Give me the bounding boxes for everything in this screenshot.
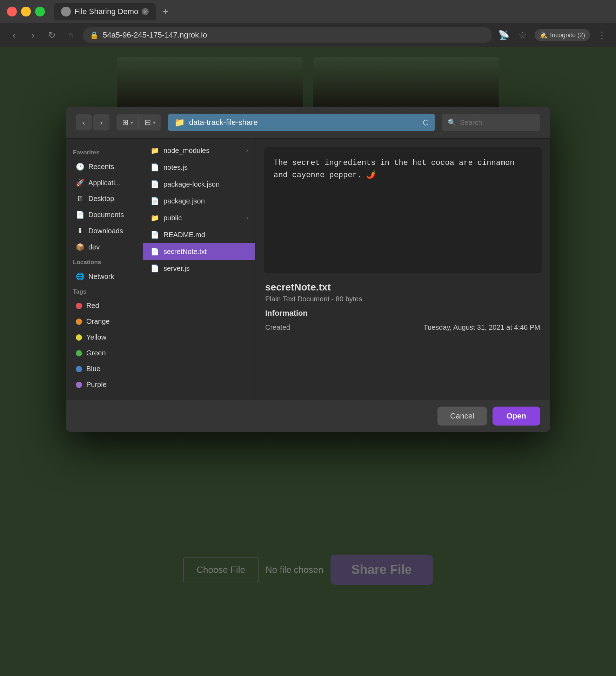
- cast-button[interactable]: 📡: [497, 28, 511, 42]
- sidebar-item-network[interactable]: 🌐 Network: [69, 269, 140, 284]
- file-item-secret-note-label: secretNote.txt: [163, 248, 248, 256]
- file-icon: 📄: [150, 180, 159, 188]
- desktop-icon: 🖥: [76, 195, 84, 203]
- columns-view-button[interactable]: ⊞ ▾: [116, 114, 139, 130]
- locations-section-title: Locations: [66, 255, 143, 268]
- url-bar[interactable]: 🔒 54a5-96-245-175-147.ngrok.io: [83, 27, 492, 43]
- file-item-public-label: public: [163, 214, 242, 222]
- network-icon: 🌐: [76, 272, 84, 281]
- search-icon: 🔍: [448, 118, 456, 127]
- file-item-node-modules-label: node_modules: [163, 147, 242, 155]
- tags-section-title: Tags: [66, 285, 143, 297]
- nav-arrows: ‹ ›: [76, 114, 109, 130]
- sidebar-item-tag-purple[interactable]: Purple: [69, 377, 140, 392]
- forward-arrow-button[interactable]: ›: [93, 114, 109, 130]
- sidebar-item-tag-yellow[interactable]: Yellow: [69, 330, 140, 345]
- tab-title: File Sharing Demo: [74, 7, 138, 16]
- modal-overlay: ‹ › ⊞ ▾ ⊟ ▾ 📁 data-track-file-: [0, 47, 616, 676]
- file-item-server-js-label: server.js: [163, 265, 248, 273]
- sidebar-item-recents[interactable]: 🕐 Recents: [69, 159, 140, 174]
- new-tab-button[interactable]: +: [159, 5, 172, 18]
- sidebar-item-downloads-label: Downloads: [88, 227, 123, 235]
- sidebar-item-desktop[interactable]: 🖥 Desktop: [69, 191, 140, 206]
- dialog-body: Favorites 🕐 Recents 🚀 Applicati... 🖥 Des…: [66, 139, 550, 400]
- file-item-package-json-label: package.json: [163, 197, 248, 205]
- file-item-public[interactable]: 📁 public ›: [143, 209, 255, 226]
- view-toggle: ⊞ ▾ ⊟ ▾: [116, 114, 161, 130]
- file-item-notes-js[interactable]: 📄 notes.js: [143, 159, 255, 176]
- dialog-toolbar: ‹ › ⊞ ▾ ⊟ ▾ 📁 data-track-file-: [66, 107, 550, 139]
- close-window-button[interactable]: [7, 7, 17, 16]
- tag-blue-label: Blue: [86, 365, 100, 373]
- url-text: 54a5-96-245-175-147.ngrok.io: [103, 31, 207, 40]
- sidebar-item-applications[interactable]: 🚀 Applicati...: [69, 175, 140, 190]
- file-item-package-lock[interactable]: 📄 package-lock.json: [143, 176, 255, 193]
- search-input[interactable]: [460, 119, 535, 127]
- file-icon: 📄: [150, 163, 159, 172]
- dialog-footer: Cancel Open: [66, 400, 550, 432]
- bookmark-button[interactable]: ☆: [516, 28, 530, 42]
- location-selector[interactable]: 📁 data-track-file-share ⬡: [168, 114, 435, 131]
- tab-bar: File Sharing Demo × +: [0, 0, 616, 23]
- sidebar-item-applications-label: Applicati...: [88, 179, 121, 187]
- tag-yellow-label: Yellow: [86, 333, 106, 341]
- tab-close-button[interactable]: ×: [142, 8, 149, 15]
- location-chevron-icon: ⬡: [423, 118, 429, 127]
- forward-button[interactable]: ›: [26, 28, 40, 42]
- address-bar: ‹ › ↻ ⌂ 🔒 54a5-96-245-175-147.ngrok.io 📡…: [0, 23, 616, 47]
- info-created-label: Created: [265, 323, 290, 332]
- file-item-secret-note[interactable]: 📄 secretNote.txt: [143, 243, 255, 260]
- columns-icon: ⊞: [122, 118, 128, 127]
- file-icon: 📄: [150, 230, 159, 239]
- sidebar-item-documents[interactable]: 📄 Documents: [69, 207, 140, 222]
- location-folder-icon: 📁: [174, 118, 185, 127]
- documents-icon: 📄: [76, 210, 84, 219]
- maximize-window-button[interactable]: [35, 7, 45, 16]
- home-button[interactable]: ⌂: [64, 28, 78, 42]
- minimize-window-button[interactable]: [21, 7, 31, 16]
- search-bar: 🔍: [442, 114, 540, 131]
- file-item-server-js[interactable]: 📄 server.js: [143, 260, 255, 277]
- sidebar-item-dev[interactable]: 📦 dev: [69, 239, 140, 255]
- tag-orange-label: Orange: [86, 317, 110, 326]
- tag-purple-label: Purple: [86, 381, 107, 389]
- sidebar-item-downloads[interactable]: ⬇ Downloads: [69, 223, 140, 239]
- folder-icon: 📁: [150, 146, 159, 155]
- file-list-pane: 📁 node_modules › 📄 notes.js 📄 package-lo…: [143, 139, 255, 400]
- sidebar-item-tag-blue[interactable]: Blue: [69, 361, 140, 376]
- grid-view-button[interactable]: ⊟ ▾: [139, 114, 161, 130]
- recents-icon: 🕐: [76, 162, 84, 171]
- sidebar-item-documents-label: Documents: [88, 211, 124, 219]
- tag-purple-dot: [76, 382, 82, 388]
- back-arrow-button[interactable]: ‹: [76, 114, 92, 130]
- file-icon: 📄: [150, 197, 159, 205]
- dialog-cancel-button[interactable]: Cancel: [437, 407, 487, 426]
- file-info-section: secretNote.txt Plain Text Document - 80 …: [264, 282, 542, 333]
- sidebar-item-tag-red[interactable]: Red: [69, 298, 140, 313]
- dev-icon: 📦: [76, 243, 84, 251]
- back-button[interactable]: ‹: [7, 28, 21, 42]
- sidebar-item-network-label: Network: [88, 273, 114, 281]
- grid-chevron-icon: ▾: [153, 120, 155, 125]
- sidebar-item-tag-green[interactable]: Green: [69, 346, 140, 361]
- dialog-open-button[interactable]: Open: [493, 407, 540, 426]
- info-heading: Information: [265, 309, 540, 318]
- reload-button[interactable]: ↻: [45, 28, 59, 42]
- browser-tab[interactable]: File Sharing Demo ×: [54, 3, 156, 20]
- file-item-readme-label: README.md: [163, 231, 248, 239]
- menu-button[interactable]: ⋮: [595, 28, 609, 42]
- browser-actions: 📡 ☆ 🕵 Incognito (2) ⋮: [497, 28, 609, 42]
- tag-green-label: Green: [86, 349, 106, 357]
- location-name: data-track-file-share: [189, 118, 419, 127]
- file-icon: 📄: [150, 264, 159, 273]
- file-dialog: ‹ › ⊞ ▾ ⊟ ▾ 📁 data-track-file-: [66, 107, 550, 432]
- sidebar-item-recents-label: Recents: [88, 163, 114, 171]
- tag-green-dot: [76, 350, 82, 356]
- sidebar-item-tag-orange[interactable]: Orange: [69, 314, 140, 329]
- preview-file-name: secretNote.txt: [265, 282, 540, 293]
- file-item-readme[interactable]: 📄 README.md: [143, 226, 255, 243]
- preview-file-type: Plain Text Document - 80 bytes: [265, 295, 540, 303]
- file-item-package-json[interactable]: 📄 package.json: [143, 193, 255, 209]
- sidebar-item-dev-label: dev: [88, 243, 100, 251]
- file-item-node-modules[interactable]: 📁 node_modules ›: [143, 142, 255, 159]
